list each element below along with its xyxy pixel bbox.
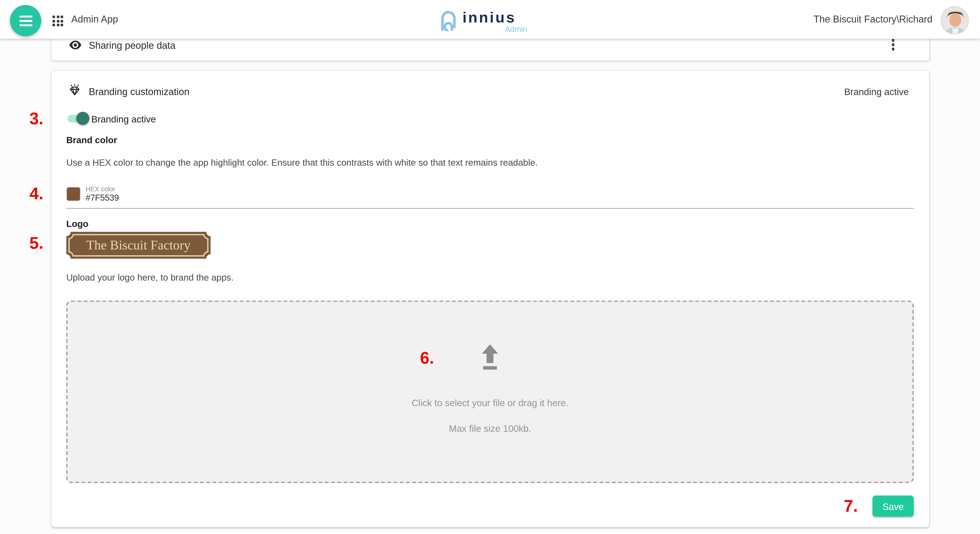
annotation-4: 4. bbox=[29, 184, 43, 204]
branding-active-toggle-label: Branding active bbox=[91, 114, 156, 124]
innius-logo: innius Admin bbox=[440, 9, 534, 35]
upload-arrow-icon bbox=[479, 343, 501, 374]
annotation-7: 7. bbox=[844, 497, 858, 516]
logo-heading: Logo bbox=[66, 219, 88, 229]
hamburger-menu-icon bbox=[19, 15, 32, 26]
branding-active-toggle[interactable] bbox=[67, 112, 92, 125]
annotation-3: 3. bbox=[29, 109, 43, 129]
app-title: Admin App bbox=[71, 0, 118, 39]
sharing-card-title: Sharing people data bbox=[89, 40, 175, 51]
branding-diamond-icon bbox=[68, 84, 81, 99]
account-name: The Biscuit Factory\Richard bbox=[814, 0, 932, 39]
branding-card-title: Branding customization bbox=[89, 86, 189, 97]
menu-fab-button[interactable] bbox=[10, 5, 41, 36]
more-options-kebab-icon[interactable] bbox=[890, 39, 896, 52]
brand-color-heading: Brand color bbox=[66, 135, 117, 145]
apps-grid-icon[interactable] bbox=[52, 16, 63, 26]
logo-upload-dropzone[interactable] bbox=[66, 300, 914, 483]
current-logo-image: The Biscuit Factory bbox=[66, 232, 210, 259]
toggle-thumb bbox=[76, 112, 89, 125]
hex-color-input[interactable]: #7F5539 bbox=[86, 193, 119, 202]
hex-color-field-label: HEX color bbox=[86, 185, 115, 192]
upload-hint-text: Upload your logo here, to brand the apps… bbox=[66, 272, 234, 282]
dropzone-instruction-text: Click to select your file or drag it her… bbox=[66, 397, 914, 408]
innius-logo-mark-icon bbox=[440, 10, 457, 34]
app-header: Admin App innius Admin The Biscuit Facto… bbox=[0, 0, 980, 39]
innius-admin-sublabel: Admin bbox=[505, 25, 527, 33]
page-root: Sharing people data Branding customizati… bbox=[0, 0, 980, 534]
branding-status-text: Branding active bbox=[844, 86, 909, 97]
logo-plaque-text: The Biscuit Factory bbox=[66, 232, 210, 259]
hex-color-input-underline bbox=[66, 208, 914, 209]
visibility-eye-icon bbox=[69, 41, 81, 52]
annotation-5: 5. bbox=[29, 234, 43, 253]
brand-color-description: Use a HEX color to change the app highli… bbox=[66, 157, 538, 167]
user-avatar[interactable] bbox=[940, 6, 969, 34]
innius-wordmark: innius bbox=[463, 9, 516, 26]
save-button[interactable]: Save bbox=[872, 496, 914, 517]
dropzone-max-size-text: Max file size 100kb. bbox=[66, 423, 914, 434]
hex-color-swatch[interactable] bbox=[66, 187, 81, 201]
annotation-6: 6. bbox=[420, 349, 434, 368]
